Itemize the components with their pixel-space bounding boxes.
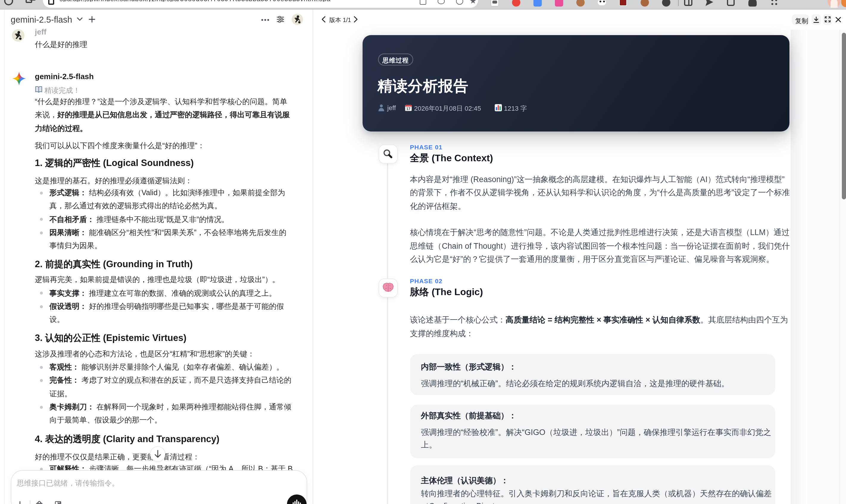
svg-text:17: 17: [406, 107, 410, 111]
